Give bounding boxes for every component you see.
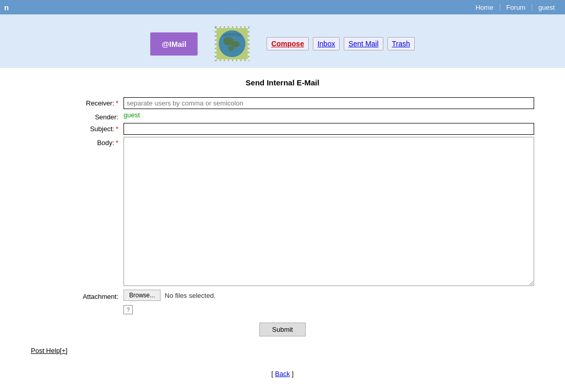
svg-point-19 (214, 37, 217, 40)
svg-point-3 (225, 25, 228, 28)
sender-label: Sender: (31, 111, 123, 121)
receiver-input[interactable] (123, 97, 534, 109)
subject-required-star: * (116, 125, 118, 133)
svg-point-12 (229, 59, 232, 62)
post-help: Post Help[+] (31, 347, 534, 354)
svg-point-10 (221, 59, 224, 62)
inbox-link[interactable]: Inbox (313, 37, 340, 50)
sentmail-link[interactable]: Sent Mail (344, 37, 383, 50)
back-link[interactable]: Back (275, 370, 290, 378)
receiver-field (123, 97, 534, 109)
receiver-row: Receiver:* (31, 97, 534, 109)
back-link-area: [ Back ] (31, 370, 534, 378)
back-prefix: [ (271, 370, 273, 378)
submit-button[interactable]: Submit (259, 323, 306, 336)
body-textarea[interactable] (123, 137, 534, 286)
form-title: Send Internal E-Mail (31, 78, 534, 87)
svg-point-2 (221, 25, 224, 28)
guest-link[interactable]: guest (532, 4, 561, 11)
svg-point-30 (248, 49, 251, 52)
body-label: Body:* (31, 137, 123, 147)
topbar-nav: Home Forum guest (469, 4, 561, 11)
svg-point-27 (248, 37, 251, 40)
receiver-required-star: * (116, 99, 118, 107)
home-link[interactable]: Home (469, 4, 500, 11)
topbar-logo: n (4, 3, 9, 12)
svg-point-15 (241, 59, 244, 62)
no-file-text: No files selected. (165, 292, 216, 299)
body-required-star: * (116, 139, 118, 147)
sender-field: guest (123, 111, 534, 119)
svg-point-5 (233, 25, 236, 28)
svg-point-11 (225, 59, 228, 62)
svg-point-25 (248, 28, 251, 31)
svg-point-13 (233, 59, 236, 62)
attachment-row: Attachment: Browse... No files selected. (31, 290, 534, 301)
svg-point-21 (214, 45, 217, 48)
subject-field (123, 123, 534, 135)
subject-label: Subject:* (31, 123, 123, 133)
post-help-link[interactable]: Post Help[+] (31, 347, 67, 354)
subject-row: Subject:* (31, 123, 534, 135)
submit-row: Submit (31, 323, 534, 336)
svg-point-36 (228, 46, 234, 51)
svg-point-26 (248, 32, 251, 35)
svg-point-22 (214, 49, 217, 52)
svg-point-18 (214, 32, 217, 35)
receiver-label: Receiver:* (31, 97, 123, 107)
header-area: @IMail (0, 14, 565, 68)
attachment-label: Attachment: (31, 291, 123, 300)
attachment-field: Browse... No files selected. (123, 290, 534, 301)
back-suffix: ] (292, 370, 294, 378)
mail-nav: Compose Inbox Sent Mail Trash (267, 37, 415, 50)
svg-point-29 (248, 45, 251, 48)
svg-point-23 (214, 53, 217, 56)
svg-point-31 (248, 53, 251, 56)
svg-point-20 (214, 41, 217, 44)
svg-point-1 (217, 25, 220, 28)
svg-point-28 (248, 41, 251, 44)
svg-point-17 (214, 28, 217, 31)
body-field (123, 137, 534, 288)
svg-point-32 (248, 57, 251, 60)
svg-point-9 (217, 59, 220, 62)
svg-point-8 (245, 25, 249, 28)
topbar: n Home Forum guest (0, 0, 565, 14)
compose-link[interactable]: Compose (267, 37, 309, 50)
forum-link[interactable]: Forum (500, 4, 532, 11)
sender-value: guest (123, 110, 140, 119)
compose-form: Receiver:* Sender: guest Subject:* (31, 97, 534, 336)
trash-link[interactable]: Trash (387, 37, 415, 50)
svg-point-14 (237, 59, 240, 62)
svg-point-7 (241, 25, 244, 28)
svg-point-6 (237, 25, 240, 28)
imail-brand-button[interactable]: @IMail (150, 32, 198, 56)
main-content: Send Internal E-Mail Receiver:* Sender: … (0, 68, 565, 392)
body-row: Body:* (31, 137, 534, 288)
browse-button[interactable]: Browse... (123, 290, 161, 301)
svg-point-24 (214, 57, 217, 60)
help-icon[interactable]: ? (123, 305, 133, 314)
stamp-icon (213, 25, 251, 63)
svg-point-4 (229, 25, 232, 28)
sender-row: Sender: guest (31, 111, 534, 121)
subject-input[interactable] (123, 123, 534, 135)
